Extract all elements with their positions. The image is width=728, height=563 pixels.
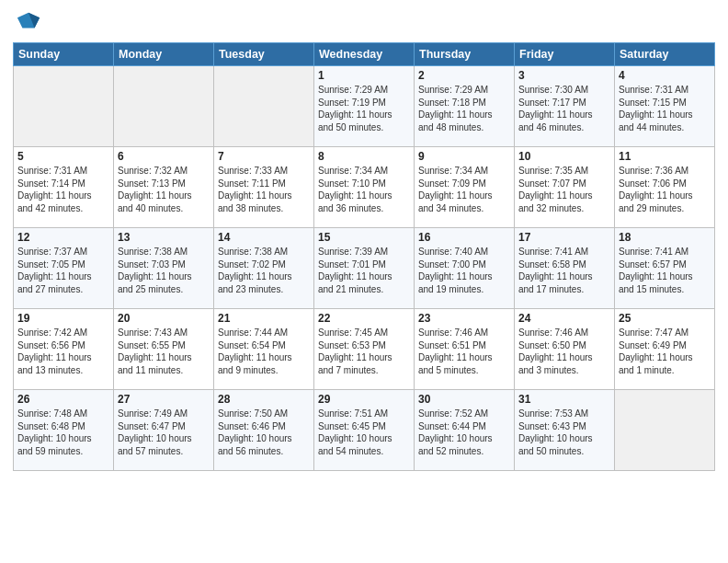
cell-info: Sunrise: 7:29 AM Sunset: 7:18 PM Dayligh… bbox=[418, 84, 510, 133]
day-number: 19 bbox=[17, 312, 109, 325]
calendar-cell: 4Sunrise: 7:31 AM Sunset: 7:15 PM Daylig… bbox=[615, 66, 715, 147]
day-header-thursday: Thursday bbox=[415, 43, 515, 66]
day-header-monday: Monday bbox=[114, 43, 214, 66]
calendar-cell: 14Sunrise: 7:38 AM Sunset: 7:02 PM Dayli… bbox=[214, 228, 314, 309]
calendar-cell: 7Sunrise: 7:33 AM Sunset: 7:11 PM Daylig… bbox=[214, 147, 314, 228]
cell-info: Sunrise: 7:48 AM Sunset: 6:48 PM Dayligh… bbox=[17, 408, 109, 457]
calendar-cell: 13Sunrise: 7:38 AM Sunset: 7:03 PM Dayli… bbox=[114, 228, 214, 309]
logo bbox=[13, 9, 41, 35]
day-number: 13 bbox=[118, 231, 210, 244]
day-number: 16 bbox=[418, 231, 510, 244]
cell-info: Sunrise: 7:45 AM Sunset: 6:53 PM Dayligh… bbox=[318, 327, 410, 376]
calendar-cell: 19Sunrise: 7:42 AM Sunset: 6:56 PM Dayli… bbox=[14, 309, 114, 390]
cell-info: Sunrise: 7:37 AM Sunset: 7:05 PM Dayligh… bbox=[17, 246, 109, 295]
day-header-wednesday: Wednesday bbox=[314, 43, 415, 66]
day-number: 14 bbox=[218, 231, 310, 244]
calendar-cell bbox=[214, 66, 314, 147]
calendar-cell: 27Sunrise: 7:49 AM Sunset: 6:47 PM Dayli… bbox=[114, 390, 214, 471]
calendar-cell bbox=[615, 390, 715, 471]
day-number: 25 bbox=[619, 312, 711, 325]
calendar-cell: 9Sunrise: 7:34 AM Sunset: 7:09 PM Daylig… bbox=[415, 147, 515, 228]
calendar-cell: 22Sunrise: 7:45 AM Sunset: 6:53 PM Dayli… bbox=[314, 309, 415, 390]
main-container: SundayMondayTuesdayWednesdayThursdayFrid… bbox=[0, 0, 728, 563]
cell-info: Sunrise: 7:52 AM Sunset: 6:44 PM Dayligh… bbox=[418, 408, 510, 457]
calendar-cell: 23Sunrise: 7:46 AM Sunset: 6:51 PM Dayli… bbox=[415, 309, 515, 390]
day-header-saturday: Saturday bbox=[615, 43, 715, 66]
cell-info: Sunrise: 7:31 AM Sunset: 7:15 PM Dayligh… bbox=[619, 84, 711, 133]
day-header-friday: Friday bbox=[515, 43, 615, 66]
day-number: 11 bbox=[619, 150, 711, 163]
calendar-cell: 26Sunrise: 7:48 AM Sunset: 6:48 PM Dayli… bbox=[14, 390, 114, 471]
calendar-cell: 3Sunrise: 7:30 AM Sunset: 7:17 PM Daylig… bbox=[515, 66, 615, 147]
day-number: 9 bbox=[418, 150, 510, 163]
calendar-body: 1Sunrise: 7:29 AM Sunset: 7:19 PM Daylig… bbox=[14, 66, 715, 471]
day-number: 28 bbox=[218, 393, 310, 406]
calendar-cell: 18Sunrise: 7:41 AM Sunset: 6:57 PM Dayli… bbox=[615, 228, 715, 309]
day-number: 24 bbox=[518, 312, 610, 325]
week-row-2: 5Sunrise: 7:31 AM Sunset: 7:14 PM Daylig… bbox=[14, 147, 715, 228]
cell-info: Sunrise: 7:38 AM Sunset: 7:02 PM Dayligh… bbox=[218, 246, 310, 295]
cell-info: Sunrise: 7:39 AM Sunset: 7:01 PM Dayligh… bbox=[318, 246, 410, 295]
cell-info: Sunrise: 7:51 AM Sunset: 6:45 PM Dayligh… bbox=[318, 408, 410, 457]
calendar-cell: 20Sunrise: 7:43 AM Sunset: 6:55 PM Dayli… bbox=[114, 309, 214, 390]
calendar-cell: 5Sunrise: 7:31 AM Sunset: 7:14 PM Daylig… bbox=[14, 147, 114, 228]
calendar-cell: 8Sunrise: 7:34 AM Sunset: 7:10 PM Daylig… bbox=[314, 147, 415, 228]
cell-info: Sunrise: 7:44 AM Sunset: 6:54 PM Dayligh… bbox=[218, 327, 310, 376]
calendar-cell: 16Sunrise: 7:40 AM Sunset: 7:00 PM Dayli… bbox=[415, 228, 515, 309]
calendar-cell bbox=[14, 66, 114, 147]
day-number: 27 bbox=[118, 393, 210, 406]
day-number: 15 bbox=[318, 231, 410, 244]
calendar-cell: 24Sunrise: 7:46 AM Sunset: 6:50 PM Dayli… bbox=[515, 309, 615, 390]
day-number: 18 bbox=[619, 231, 711, 244]
cell-info: Sunrise: 7:50 AM Sunset: 6:46 PM Dayligh… bbox=[218, 408, 310, 457]
days-row: SundayMondayTuesdayWednesdayThursdayFrid… bbox=[14, 43, 715, 66]
cell-info: Sunrise: 7:35 AM Sunset: 7:07 PM Dayligh… bbox=[518, 165, 610, 214]
cell-info: Sunrise: 7:41 AM Sunset: 6:57 PM Dayligh… bbox=[619, 246, 711, 295]
day-number: 31 bbox=[518, 393, 610, 406]
calendar-header: SundayMondayTuesdayWednesdayThursdayFrid… bbox=[14, 43, 715, 66]
cell-info: Sunrise: 7:42 AM Sunset: 6:56 PM Dayligh… bbox=[17, 327, 109, 376]
week-row-3: 12Sunrise: 7:37 AM Sunset: 7:05 PM Dayli… bbox=[14, 228, 715, 309]
calendar-cell: 17Sunrise: 7:41 AM Sunset: 6:58 PM Dayli… bbox=[515, 228, 615, 309]
day-number: 21 bbox=[218, 312, 310, 325]
cell-info: Sunrise: 7:29 AM Sunset: 7:19 PM Dayligh… bbox=[318, 84, 410, 133]
day-number: 7 bbox=[218, 150, 310, 163]
day-header-sunday: Sunday bbox=[14, 43, 114, 66]
day-number: 22 bbox=[318, 312, 410, 325]
calendar-cell bbox=[114, 66, 214, 147]
cell-info: Sunrise: 7:49 AM Sunset: 6:47 PM Dayligh… bbox=[118, 408, 210, 457]
day-number: 20 bbox=[118, 312, 210, 325]
cell-info: Sunrise: 7:36 AM Sunset: 7:06 PM Dayligh… bbox=[619, 165, 711, 214]
day-number: 3 bbox=[518, 69, 610, 82]
calendar-cell: 10Sunrise: 7:35 AM Sunset: 7:07 PM Dayli… bbox=[515, 147, 615, 228]
day-number: 1 bbox=[318, 69, 410, 82]
day-number: 30 bbox=[418, 393, 510, 406]
calendar-cell: 12Sunrise: 7:37 AM Sunset: 7:05 PM Dayli… bbox=[14, 228, 114, 309]
cell-info: Sunrise: 7:31 AM Sunset: 7:14 PM Dayligh… bbox=[17, 165, 109, 214]
calendar-cell: 30Sunrise: 7:52 AM Sunset: 6:44 PM Dayli… bbox=[415, 390, 515, 471]
day-number: 10 bbox=[518, 150, 610, 163]
day-number: 17 bbox=[518, 231, 610, 244]
day-number: 12 bbox=[17, 231, 109, 244]
cell-info: Sunrise: 7:46 AM Sunset: 6:50 PM Dayligh… bbox=[518, 327, 610, 376]
day-number: 23 bbox=[418, 312, 510, 325]
header bbox=[13, 9, 715, 35]
day-number: 8 bbox=[318, 150, 410, 163]
cell-info: Sunrise: 7:30 AM Sunset: 7:17 PM Dayligh… bbox=[518, 84, 610, 133]
week-row-5: 26Sunrise: 7:48 AM Sunset: 6:48 PM Dayli… bbox=[14, 390, 715, 471]
day-number: 29 bbox=[318, 393, 410, 406]
day-number: 26 bbox=[17, 393, 109, 406]
calendar-cell: 11Sunrise: 7:36 AM Sunset: 7:06 PM Dayli… bbox=[615, 147, 715, 228]
calendar-table: SundayMondayTuesdayWednesdayThursdayFrid… bbox=[13, 42, 715, 471]
cell-info: Sunrise: 7:34 AM Sunset: 7:09 PM Dayligh… bbox=[418, 165, 510, 214]
calendar-cell: 25Sunrise: 7:47 AM Sunset: 6:49 PM Dayli… bbox=[615, 309, 715, 390]
cell-info: Sunrise: 7:53 AM Sunset: 6:43 PM Dayligh… bbox=[518, 408, 610, 457]
day-number: 5 bbox=[17, 150, 109, 163]
day-header-tuesday: Tuesday bbox=[214, 43, 314, 66]
cell-info: Sunrise: 7:33 AM Sunset: 7:11 PM Dayligh… bbox=[218, 165, 310, 214]
calendar-cell: 6Sunrise: 7:32 AM Sunset: 7:13 PM Daylig… bbox=[114, 147, 214, 228]
calendar-cell: 28Sunrise: 7:50 AM Sunset: 6:46 PM Dayli… bbox=[214, 390, 314, 471]
day-number: 2 bbox=[418, 69, 510, 82]
cell-info: Sunrise: 7:41 AM Sunset: 6:58 PM Dayligh… bbox=[518, 246, 610, 295]
cell-info: Sunrise: 7:34 AM Sunset: 7:10 PM Dayligh… bbox=[318, 165, 410, 214]
